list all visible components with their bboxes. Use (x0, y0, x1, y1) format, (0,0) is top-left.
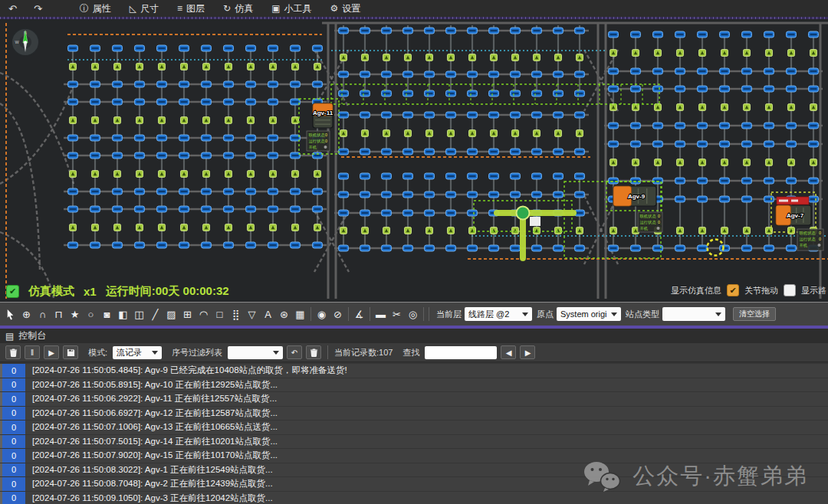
cell-icon[interactable]: ⊞ (179, 306, 196, 322)
pause-logs-button[interactable]: ‖ (25, 345, 40, 359)
svg-text:0: 0 (819, 237, 821, 241)
search-prev-button[interactable]: ◀ (501, 345, 516, 359)
undo-icon[interactable]: ↶ (0, 3, 25, 15)
filter-icon[interactable]: ▽ (244, 306, 260, 322)
rotate-icon[interactable]: ∩ (34, 306, 51, 322)
log-badge: 0 (2, 407, 25, 421)
table-icon[interactable]: ▦ (292, 306, 308, 322)
log-row[interactable]: 0[2024-07-26 11:50:07.1006]: Agv-13 正在前往… (0, 421, 828, 434)
log-row[interactable]: 0[2024-07-26 11:50:05.4845]: Agv-9 已经完成在… (0, 364, 828, 378)
log-badge: 0 (2, 449, 25, 463)
text-icon[interactable]: A (260, 306, 276, 322)
sliders-icon[interactable]: ◫ (131, 306, 147, 322)
station-type-dropdown[interactable] (662, 307, 725, 321)
measure-icon[interactable]: ∡ (351, 306, 367, 322)
rect-select-icon[interactable]: ⊓ (51, 306, 67, 322)
menu-label: 图层 (186, 2, 205, 15)
log-text: [2024-07-26 11:50:05.4845]: Agv-9 已经完成在1… (32, 365, 347, 376)
menu-layers[interactable]: ≡图层 (168, 0, 214, 17)
resume-logs-button[interactable]: ▶ (44, 345, 59, 359)
globe-icon[interactable]: ⊛ (276, 306, 292, 322)
curve-icon[interactable]: ◠ (196, 306, 212, 322)
search-next-button[interactable]: ▶ (520, 345, 535, 359)
log-badge: 0 (2, 364, 25, 378)
clear-logs-button[interactable] (5, 345, 21, 359)
menu-dimensions[interactable]: ◺尺寸 (120, 0, 168, 17)
clear-selection-button[interactable]: 清空选择 (733, 307, 776, 321)
stamp-icon[interactable]: ◙ (99, 306, 115, 322)
pin-icon[interactable]: ★ (67, 306, 83, 322)
log-row[interactable]: 0[2024-07-26 11:50:07.5015]: Agv-14 正在前往… (0, 435, 828, 449)
agv-label: Agv-9 (628, 193, 646, 200)
agv-tooltip: 联机状态0运行状态0开机 (307, 131, 330, 151)
chevron-down-icon (611, 313, 617, 316)
console-toolbar: ‖ ▶ 模式: 流记录 序号过滤列表 ↶ 当前记录数:107 查找 ◀ ▶ (0, 343, 828, 362)
grid-dots-icon[interactable]: ⣿ (228, 306, 244, 322)
serial-filter-label: 序号过滤列表 (172, 347, 222, 358)
undo-filter-button[interactable]: ↶ (287, 345, 302, 359)
agv-marker[interactable]: Agv-7 (776, 197, 811, 225)
eye-icon[interactable]: ◉ (314, 306, 330, 322)
console-icon: ▤ (5, 331, 14, 342)
map-tool-icons: ⊕∩⊓★○◙◧◫╱▨⊞◠□⣿▽A⊛▦◉⊘∡▬✂◎ (2, 306, 426, 322)
compass-widget[interactable]: NW (12, 28, 39, 56)
cursor-icon[interactable] (2, 306, 18, 322)
origin-dropdown[interactable]: System origi (557, 307, 621, 321)
show-sim-info-checkbox[interactable]: ✔ (727, 284, 739, 296)
door-icon[interactable]: ◧ (115, 306, 131, 322)
map-canvas[interactable]: Agv-11Agv-9Agv-7联机状态0运行状态0开机联机状态0运行状态0开机… (0, 19, 828, 302)
delete-filter-button[interactable] (306, 345, 321, 359)
circle-icon[interactable]: ○ (83, 306, 99, 322)
current-layer-dropdown[interactable]: 线路层 @2 (465, 307, 532, 321)
save-logs-button[interactable] (63, 345, 78, 359)
svg-text:开机: 开机 (800, 243, 808, 247)
svg-text:运行状态: 运行状态 (640, 220, 657, 224)
log-badge: 0 (2, 463, 25, 477)
svg-text:运行状态: 运行状态 (309, 139, 326, 143)
joint-drag-checkbox[interactable] (784, 284, 796, 296)
log-row[interactable]: 0[2024-07-26 11:50:05.8915]: Agv-10 正在前往… (0, 378, 828, 392)
locate-icon[interactable]: ◎ (405, 306, 421, 322)
log-row[interactable]: 0[2024-07-26 11:50:06.2922]: Agv-11 正在前往… (0, 392, 828, 406)
simulation-mode-checkbox[interactable]: ✔ (6, 285, 19, 298)
log-row[interactable]: 0[2024-07-26 11:50:09.1050]: Agv-3 正在前往1… (0, 492, 828, 504)
log-mode-dropdown[interactable]: 流记录 (113, 346, 162, 359)
console-header: ▤ 控制台 (0, 329, 828, 343)
ruler-icon[interactable]: ▬ (373, 306, 389, 322)
svg-text:0: 0 (325, 133, 327, 137)
log-row[interactable]: 0[2024-07-26 11:50:08.7048]: Agv-2 正在前往1… (0, 477, 828, 491)
node-grid (64, 25, 823, 251)
active-node (517, 207, 530, 220)
svg-text:联机状态: 联机状态 (309, 133, 326, 137)
log-row[interactable]: 0[2024-07-26 11:50:08.3022]: Agv-1 正在前往1… (0, 463, 828, 477)
log-badge: 0 (2, 392, 25, 406)
eye-off-icon[interactable]: ⊘ (330, 306, 346, 322)
crosshair-icon[interactable]: ⊕ (18, 306, 34, 322)
widgets-icon: ▣ (271, 3, 280, 14)
path-label-box (530, 217, 540, 226)
log-list[interactable]: 0[2024-07-26 11:50:05.4845]: Agv-9 已经完成在… (0, 362, 828, 504)
agv-marker[interactable]: Agv-9 (613, 186, 656, 206)
layers-icon: ≡ (177, 3, 182, 14)
image-icon[interactable]: ▨ (163, 306, 179, 322)
log-row[interactable]: 0[2024-07-26 11:50:06.6927]: Agv-12 正在前往… (0, 407, 828, 421)
serial-filter-dropdown[interactable] (228, 346, 283, 359)
log-text: [2024-07-26 11:50:08.7048]: Agv-2 正在前往12… (32, 478, 273, 489)
line-icon[interactable]: ╱ (147, 306, 163, 322)
menu-simulation[interactable]: ↻仿真 (214, 0, 262, 17)
agv-simulation-app: ↶ ↷ ⓘ属性◺尺寸≡图层↻仿真▣小工具⚙设置 Agv-11Agv-9Agv-7… (0, 0, 828, 504)
menu-settings[interactable]: ⚙设置 (320, 0, 370, 17)
redo-icon[interactable]: ↷ (25, 3, 51, 15)
svg-text:联机状态: 联机状态 (800, 231, 816, 235)
menu-properties[interactable]: ⓘ属性 (71, 0, 120, 17)
cut-icon[interactable]: ✂ (389, 306, 405, 322)
log-badge: 0 (2, 477, 25, 491)
log-badge: 0 (2, 492, 25, 504)
agv-marker[interactable]: Agv-11 (313, 103, 334, 128)
search-input[interactable] (425, 346, 497, 359)
svg-text:0: 0 (819, 231, 821, 235)
rect-icon[interactable]: □ (212, 306, 228, 322)
menu-widgets[interactable]: ▣小工具 (262, 0, 320, 17)
log-row[interactable]: 0[2024-07-26 11:50:07.9020]: Agv-15 正在前往… (0, 449, 828, 463)
simulation-mode-label: 仿真模式 (28, 284, 74, 299)
